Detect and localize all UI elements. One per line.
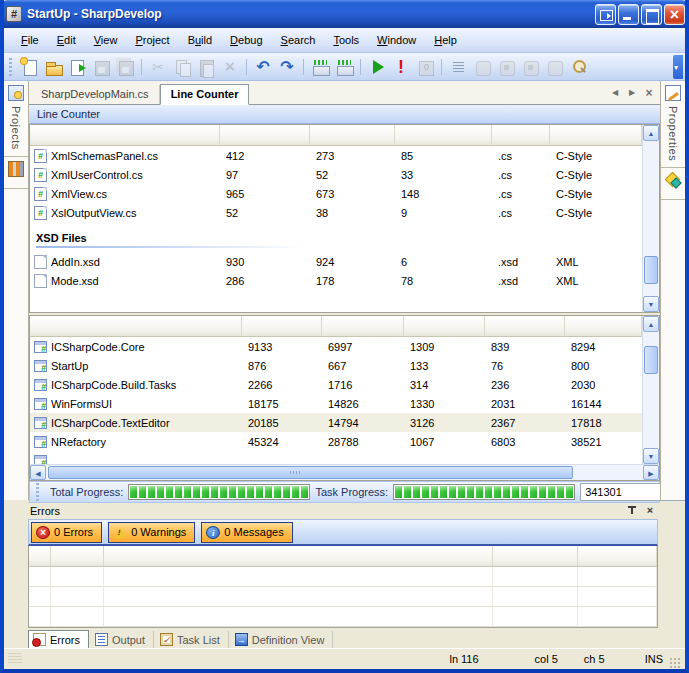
close-tab-button[interactable] [642,86,656,100]
column-header[interactable] [30,316,242,336]
file-row[interactable]: AddIn.xsd 930 924 6 .xsd XML [30,252,642,271]
project-row[interactable]: WinFormsUI 18175 14826 1330 2031 16144 [30,394,642,413]
warning-icon [113,526,127,539]
bookmark-list-icon[interactable] [447,56,469,78]
column-header[interactable] [578,546,657,566]
menu-project[interactable]: Project [126,31,178,49]
progress-strip-grip[interactable] [36,483,42,501]
column-header[interactable] [310,125,395,145]
find-icon[interactable] [567,56,589,78]
panel-tab-task-list[interactable]: Task List [156,631,229,648]
panel-tab-definition-view[interactable]: Definition View [231,631,334,648]
progress-strip: Total Progress: Task Progress: 341301 [29,481,660,503]
toolbar-overflow-button[interactable] [673,55,683,79]
prev-tab-button[interactable] [608,86,622,100]
project-row[interactable]: ICSharpCode.Build.Tasks 2266 1716 314 23… [30,375,642,394]
open-file-icon[interactable] [42,56,64,78]
column-header[interactable] [565,316,642,336]
sidebar-tab-properties[interactable]: Properties [661,81,685,168]
run-icon[interactable] [366,56,388,78]
menu-search[interactable]: Search [272,31,325,49]
column-header[interactable] [550,125,642,145]
column-header[interactable] [29,546,51,566]
project-row[interactable]: StartUp 876 667 133 76 800 [30,356,642,375]
scroll-up-icon[interactable] [643,125,659,141]
column-header[interactable] [395,125,492,145]
scroll-left-icon[interactable] [30,465,46,480]
tab-sharpdevelopmain[interactable]: SharpDevelopMain.cs [31,85,160,104]
column-header[interactable] [104,546,493,566]
maximize-button[interactable] [641,4,662,25]
tab-line-counter[interactable]: Line Counter [160,84,250,105]
message-icon [206,526,220,539]
menu-window[interactable]: Window [368,31,425,49]
project-row[interactable]: ICSharpCode.TextEditor 20185 14794 3126 … [30,413,642,432]
toolbar-grip[interactable] [9,58,15,76]
project-row[interactable]: ICSharpCode.Core 9133 6997 1309 839 8294 [30,337,642,356]
column-header[interactable] [492,125,550,145]
close-button[interactable] [664,4,685,25]
scroll-thumb[interactable] [644,256,658,284]
task-list-tab-icon [160,633,173,646]
title-bar[interactable]: StartUp - SharpDevelop [0,0,689,28]
scroll-thumb[interactable] [644,346,658,374]
menu-build[interactable]: Build [179,31,221,49]
menu-file[interactable]: File [12,31,48,49]
file-row[interactable]: XmlSchemasPanel.cs 412 273 85 .cs C-Styl… [30,146,642,165]
minimize-button[interactable] [618,4,639,25]
column-header[interactable] [220,125,310,145]
window-toggle-button[interactable] [595,4,616,25]
column-header[interactable] [322,316,404,336]
errors-filter-button[interactable]: 0 Errors [31,522,102,543]
errors-tab-icon [33,633,46,646]
save-as-icon[interactable] [66,56,88,78]
menu-view[interactable]: View [85,31,127,49]
column-header[interactable] [51,546,104,566]
pin-icon[interactable] [626,505,638,517]
warnings-filter-button[interactable]: 0 Warnings [108,522,195,543]
menu-edit[interactable]: Edit [48,31,85,49]
project-row[interactable] [30,451,642,464]
undo-icon[interactable] [252,56,274,78]
save-all-icon [114,56,136,78]
scroll-right-icon[interactable] [643,465,659,480]
redo-icon[interactable] [276,56,298,78]
panel-tab-errors[interactable]: Errors [28,630,89,648]
csharp-file-icon [34,149,47,163]
abort-icon[interactable] [390,56,412,78]
projects-table-hscrollbar[interactable] [30,464,659,480]
build-all-icon[interactable] [333,56,355,78]
projects-table-scrollbar[interactable] [642,316,659,464]
window-controls [595,4,685,25]
next-tab-button[interactable] [625,86,639,100]
file-row[interactable]: XmlUserControl.cs 97 52 33 .cs C-Style [30,165,642,184]
panel-tab-output[interactable]: Output [91,631,154,648]
menu-bar: FileEditViewProjectBuildDebugSearchTools… [4,28,685,53]
column-header[interactable] [404,316,485,336]
resize-grip[interactable] [669,657,681,669]
files-table-scrollbar[interactable] [642,125,659,312]
column-header[interactable] [493,546,578,566]
scroll-thumb[interactable] [48,466,573,479]
column-header[interactable] [30,125,220,145]
scroll-down-icon[interactable] [643,448,659,464]
menu-debug[interactable]: Debug [221,31,271,49]
toolbar-separator [138,57,145,77]
new-file-icon[interactable] [18,56,40,78]
sidebar-tab-tools[interactable] [4,157,28,189]
column-header[interactable] [242,316,322,336]
scroll-up-icon[interactable] [643,316,659,332]
build-icon[interactable] [309,56,331,78]
sidebar-tab-projects[interactable]: Projects [4,81,28,157]
file-row[interactable]: XslOutputView.cs 52 38 9 .cs C-Style [30,203,642,222]
file-row[interactable]: Mode.xsd 286 178 78 .xsd XML [30,271,642,290]
close-panel-icon[interactable] [644,505,656,517]
sidebar-tab-classes[interactable] [661,168,685,200]
menu-help[interactable]: Help [425,31,466,49]
column-header[interactable] [485,316,565,336]
menu-tools[interactable]: Tools [324,31,368,49]
scroll-down-icon[interactable] [643,296,659,312]
messages-filter-button[interactable]: 0 Messages [201,522,292,543]
project-row[interactable]: NRefactory 45324 28788 1067 6803 38521 [30,432,642,451]
file-row[interactable]: XmlView.cs 965 673 148 .cs C-Style [30,184,642,203]
